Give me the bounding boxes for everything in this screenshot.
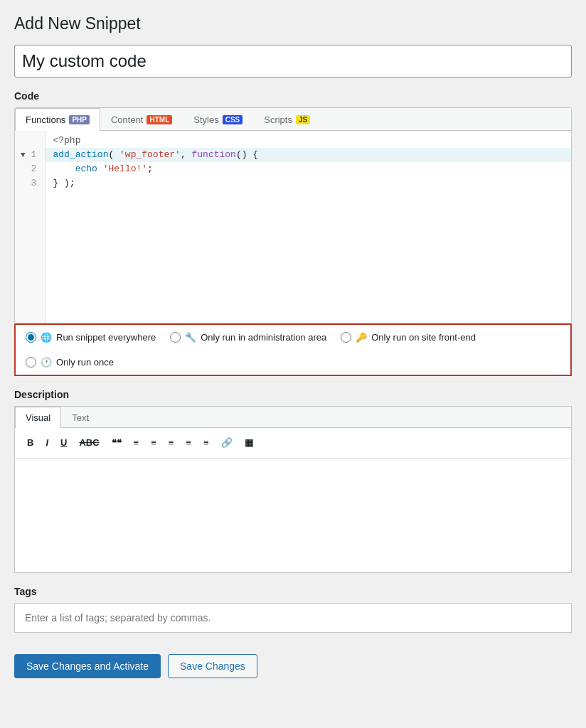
bold-button[interactable]: B (22, 434, 38, 452)
tags-input[interactable] (15, 604, 571, 632)
ordered-list-button[interactable]: ≡ (146, 434, 161, 452)
page-title: Add New Snippet (14, 14, 572, 33)
run-everywhere-label: Run snippet everywhere (56, 332, 156, 343)
run-once-icon: 🕐 (41, 357, 52, 368)
code-section-label: Code (14, 90, 572, 102)
code-tabs: Functions PHP Content HTML Styles CSS Sc… (15, 108, 571, 131)
desc-tabs: Visual Text (15, 407, 571, 428)
run-once-label: Only run once (56, 357, 114, 368)
code-gutter: ▼ 1 2 3 (15, 131, 46, 323)
tab-styles-badge: CSS (223, 115, 243, 124)
tags-section-label: Tags (14, 586, 572, 597)
run-frontend-icon: 🔑 (356, 332, 367, 343)
tab-scripts-label: Scripts (264, 114, 292, 125)
description-section-label: Description (14, 389, 572, 400)
align-left-button[interactable]: ≡ (164, 434, 179, 452)
php-tag-line: <?php (53, 134, 564, 148)
run-option-frontend-radio[interactable] (341, 332, 351, 343)
save-button[interactable]: Save Changes (168, 654, 257, 678)
tab-content-badge: HTML (146, 115, 172, 124)
save-activate-button[interactable]: Save Changes and Activate (14, 654, 161, 678)
desc-content[interactable] (15, 459, 571, 572)
run-options-bar: 🌐 Run snippet everywhere 🔧 Only run in a… (14, 323, 572, 376)
code-section: Functions PHP Content HTML Styles CSS Sc… (14, 107, 572, 323)
run-option-once[interactable]: 🕐 Only run once (26, 357, 114, 368)
run-option-admin[interactable]: 🔧 Only run in administration area (170, 332, 326, 343)
description-section: Visual Text B I U ABC ❝❝ ≡ ≡ ≡ ≡ ≡ 🔗 ▦ (14, 406, 572, 573)
run-option-everywhere-radio[interactable] (26, 332, 36, 343)
run-option-admin-radio[interactable] (170, 332, 181, 343)
run-admin-label: Only run in administration area (201, 332, 326, 343)
fold-arrow[interactable]: ▼ (21, 148, 26, 162)
tab-styles[interactable]: Styles CSS (183, 108, 253, 131)
tab-visual[interactable]: Visual (15, 407, 61, 428)
run-admin-icon: 🔧 (185, 332, 196, 343)
tab-scripts-badge: JS (296, 115, 310, 124)
run-option-everywhere[interactable]: 🌐 Run snippet everywhere (26, 332, 156, 343)
align-center-button[interactable]: ≡ (181, 434, 196, 452)
tab-scripts[interactable]: Scripts JS (253, 108, 321, 131)
run-frontend-label: Only run on site front-end (371, 332, 476, 343)
strikethrough-button[interactable]: ABC (74, 434, 104, 452)
table-button[interactable]: ▦ (240, 434, 258, 452)
footer-buttons: Save Changes and Activate Save Changes (14, 647, 572, 685)
tab-functions-badge: PHP (69, 115, 90, 124)
unordered-list-button[interactable]: ≡ (129, 434, 144, 452)
run-option-once-radio[interactable] (26, 357, 36, 368)
tab-functions-label: Functions (26, 114, 65, 125)
code-line-3: } ); (53, 176, 564, 191)
underline-button[interactable]: U (55, 434, 72, 452)
tab-text[interactable]: Text (61, 407, 100, 428)
run-everywhere-icon: 🌐 (41, 332, 52, 343)
tab-content-label: Content (111, 114, 144, 125)
code-line-2: echo 'Hello!'; (53, 162, 564, 176)
tab-styles-label: Styles (193, 114, 218, 125)
align-right-button[interactable]: ≡ (198, 434, 214, 452)
code-lines: <?php add_action( 'wp_footer', function(… (46, 131, 571, 323)
italic-button[interactable]: I (41, 434, 53, 452)
desc-toolbar: B I U ABC ❝❝ ≡ ≡ ≡ ≡ ≡ 🔗 ▦ (15, 428, 571, 459)
code-editor[interactable]: ▼ 1 2 3 <?php add_action( 'wp_footer', f… (15, 131, 571, 323)
code-line-1: add_action( 'wp_footer', function() { (46, 148, 571, 162)
run-option-frontend[interactable]: 🔑 Only run on site front-end (341, 332, 476, 343)
blockquote-button[interactable]: ❝❝ (107, 434, 127, 452)
tab-functions[interactable]: Functions PHP (15, 108, 100, 131)
tab-content[interactable]: Content HTML (100, 108, 183, 131)
tags-section (14, 603, 572, 633)
link-button[interactable]: 🔗 (216, 434, 238, 452)
snippet-name-input[interactable] (14, 45, 572, 77)
